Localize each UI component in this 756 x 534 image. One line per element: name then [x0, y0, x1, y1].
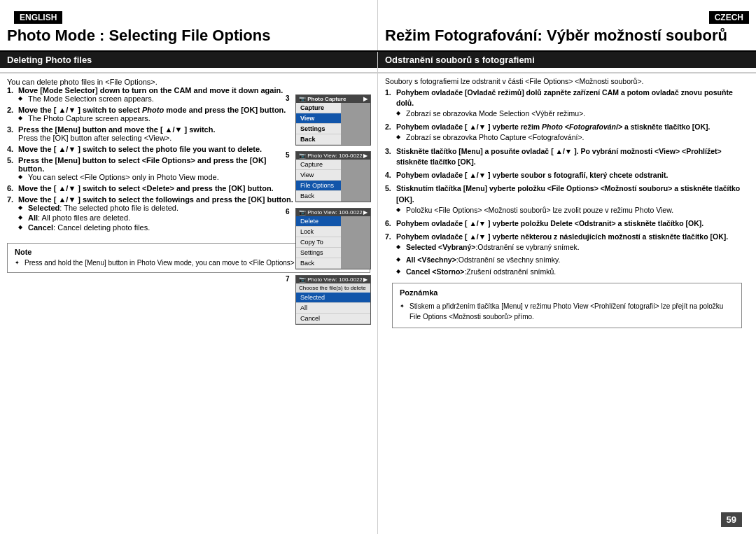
- cam-header-6: 📷 Photo View: 100-0022 ▶: [296, 209, 370, 216]
- right-step-7-bullet-3: Cancel <Storno>:Zrušení odstranění snímk…: [396, 267, 749, 277]
- cam-header-7: 📷 Photo View: 100-0022 ▶: [296, 276, 370, 283]
- menu-fileoptions-5: File Options: [296, 181, 341, 191]
- right-step-5-bullet: Položku <File Options> <Možnosti souborů…: [396, 205, 749, 216]
- right-step-2-bullet: Zobrazí se obrazovka Photo Capture <Foto…: [396, 132, 749, 143]
- menu-view-sel: View: [296, 113, 341, 124]
- menu-settings-6: Settings: [296, 248, 341, 258]
- menu-capture-5: Capture: [296, 160, 341, 170]
- right-step-7-bullet-2: All <Všechny>:Odstranění se všechny sním…: [396, 255, 749, 265]
- left-subsection-header: Deleting Photo files: [0, 52, 377, 68]
- czech-badge: CZECH: [709, 11, 749, 24]
- menu-back-5: Back: [296, 191, 341, 202]
- right-step-2: 2. Pohybem ovladače [ ▲/▼ ] vyberte reži…: [385, 122, 749, 143]
- menu-view-5: View: [296, 170, 341, 181]
- page: ENGLISH Photo Mode : Selecting File Opti…: [0, 0, 756, 534]
- left-intro: You can delete photo files in <File Opti…: [7, 78, 293, 86]
- screen-label-5: 5 📷 Photo View: 100-0022 ▶ Capture View …: [295, 151, 374, 202]
- screen-label-6: 6 📷 Photo View: 100-0022 ▶ Delete Lock C…: [295, 208, 374, 269]
- cam-screen-7: 📷 Photo View: 100-0022 ▶ Choose the file…: [295, 275, 371, 325]
- cam-thumb-3: [341, 103, 370, 145]
- right-step-5: 5. Stisknutím tlačítka [Menu] vyberte po…: [385, 183, 749, 216]
- cam-screen-6: 📷 Photo View: 100-0022 ▶ Delete Lock Cop…: [295, 208, 371, 269]
- right-body: Soubory s fotografiemi lze odstranit v č…: [378, 73, 756, 534]
- cam-screen-3: 📷 Photo Capture ▶ Capture View Settings …: [295, 94, 371, 146]
- page-number: 59: [721, 512, 742, 527]
- right-step-6: 6. Pohybem ovladače [ ▲/▼ ] vyberte polo…: [385, 218, 749, 229]
- right-step-7-bullet-1: Selected <Vybraný>:Odstranění se vybraný…: [396, 242, 749, 253]
- cam-header-5: 📷 Photo View: 100-0022 ▶: [296, 152, 370, 160]
- menu-selected-7: Selected: [296, 293, 370, 303]
- main-body: You can delete photo files in <File Opti…: [0, 73, 756, 534]
- cam-header-3: 📷 Photo Capture ▶: [296, 95, 370, 103]
- right-steps: 1. Pohybem ovladače [Ovladač režimů] dol…: [385, 87, 749, 278]
- subsection-row: Deleting Photo files Odstranění souborů …: [0, 52, 756, 73]
- menu-settings: Settings: [296, 124, 341, 134]
- left-body: You can delete photo files in <File Opti…: [0, 73, 378, 534]
- right-step-4: 4. Pohybem ovladače [ ▲/▼ ] vyberte soub…: [385, 170, 749, 181]
- menu-back: Back: [296, 134, 341, 145]
- cam-image-3: Capture View Settings Back: [296, 103, 370, 145]
- cam-thumb-5: [341, 160, 370, 202]
- menu-lock-6: Lock: [296, 227, 341, 237]
- step-7-bullet-2: All: All photo files are deleted.: [18, 213, 293, 222]
- step-2: 2. Move the [ ▲/▼ ] switch to select Pho…: [7, 106, 293, 122]
- step-1: 1. Move [Mode Selector] down to turn on …: [7, 86, 293, 103]
- step-7-bullet-1: Selected: The selected photo file is del…: [18, 204, 293, 212]
- menu-cancel-7: Cancel: [296, 314, 370, 324]
- cam-menu-5: Capture View File Options Back: [296, 160, 341, 202]
- step-4: 4. Move the [ ▲/▼ ] switch to select the…: [7, 145, 293, 153]
- left-header: ENGLISH Photo Mode : Selecting File Opti…: [0, 0, 378, 50]
- right-intro: Soubory s fotografiemi lze odstranit v č…: [385, 76, 749, 87]
- left-title: Photo Mode : Selecting File Options: [0, 24, 377, 50]
- right-title: Režim Fotografování: Výběr možností soub…: [378, 24, 756, 50]
- right-header: CZECH Režim Fotografování: Výběr možnost…: [378, 0, 756, 50]
- left-steps: 1. Move [Mode Selector] down to turn on …: [7, 86, 293, 232]
- cam-menu-3: Capture View Settings Back: [296, 103, 341, 145]
- right-step-7: 7. Pohybem ovladače [ ▲/▼ ] vyberte někt…: [385, 232, 749, 277]
- menu-copyto-6: Copy To: [296, 237, 341, 248]
- menu-back-6: Back: [296, 258, 341, 269]
- step-6: 6. Move the [ ▲/▼ ] switch to select <De…: [7, 184, 293, 192]
- step-7-bullet-3: Cancel: Cancel deleting photo files.: [18, 223, 293, 232]
- right-step-1: 1. Pohybem ovladače [Ovladač režimů] dol…: [385, 87, 749, 120]
- right-step-1-bullet: Zobrazí se obrazovka Mode Selection <Výb…: [396, 108, 749, 119]
- step-7: 7. Move the [ ▲/▼ ] switch to select the…: [7, 195, 293, 232]
- right-step-3: 3. Stiskněte tlačítko [Menu] a posuňte o…: [385, 146, 749, 167]
- screen-label-3: 3 📷 Photo Capture ▶ Capture View Setting…: [295, 94, 374, 146]
- cam-image-6: Delete Lock Copy To Settings Back: [296, 216, 370, 269]
- top-header: ENGLISH Photo Mode : Selecting File Opti…: [0, 0, 756, 52]
- cam-footer-label: Choose the file(s) to delete: [296, 283, 370, 293]
- english-badge: ENGLISH: [14, 11, 62, 24]
- cam-thumb-6: [341, 216, 370, 269]
- step-5: 5. Press the [Menu] button to select <Fi…: [7, 156, 293, 181]
- cam-menu-6: Delete Lock Copy To Settings Back: [296, 216, 341, 269]
- right-subsection-header: Odstranění souborů s fotografiemi: [378, 52, 756, 68]
- right-content: Soubory s fotografiemi lze odstranit v č…: [378, 73, 756, 341]
- screen-label-7: 7 📷 Photo View: 100-0022 ▶ Choose the fi…: [295, 275, 374, 325]
- right-note-title: Poznámka: [400, 288, 734, 299]
- right-note-box: Poznámka Stiskem a přidržením tlačítka […: [392, 283, 742, 328]
- cam-screen-5: 📷 Photo View: 100-0022 ▶ Capture View Fi…: [295, 151, 371, 202]
- step-2-bullet: The Photo Capture screen appears.: [18, 114, 293, 122]
- camera-screens-left: 3 📷 Photo Capture ▶ Capture View Setting…: [295, 94, 374, 330]
- step-5-bullet: You can select <File Options> only in Ph…: [18, 173, 293, 181]
- menu-all-7: All: [296, 303, 370, 314]
- step-3: 3. Press the [Menu] button and move the …: [7, 125, 293, 142]
- right-note-item-1: Stiskem a přidržením tlačítka [Menu] v r…: [400, 302, 734, 322]
- cam-image-5: Capture View File Options Back: [296, 160, 370, 202]
- step-1-bullet: The Mode Selection screen appears.: [18, 94, 293, 103]
- menu-delete-6: Delete: [296, 216, 341, 227]
- menu-capture: Capture: [296, 103, 341, 113]
